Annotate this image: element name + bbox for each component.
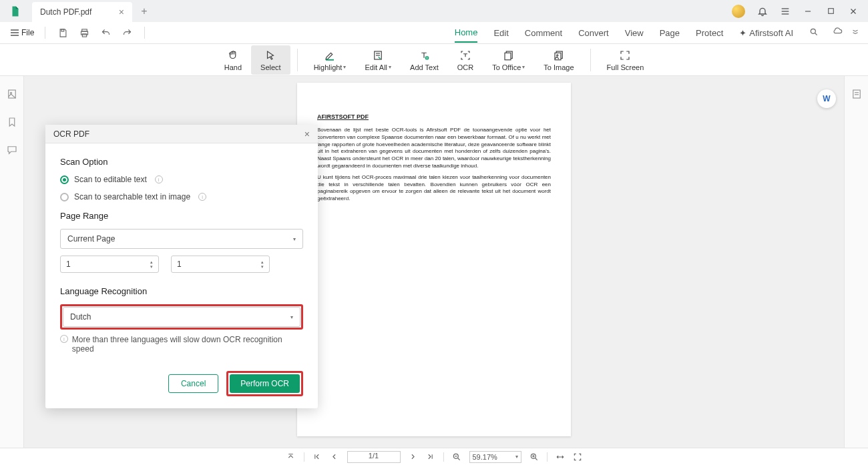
- svg-rect-10: [61, 29, 64, 31]
- range-from-input[interactable]: 1 ▴▾: [60, 256, 159, 273]
- menu-view[interactable]: View: [625, 24, 644, 42]
- separator: [297, 49, 298, 71]
- app-logo: [5, 1, 25, 21]
- new-tab-button[interactable]: +: [138, 5, 151, 17]
- fit-page-icon[interactable]: [573, 452, 582, 462]
- user-avatar[interactable]: [732, 5, 745, 18]
- language-label: Language Recognition: [60, 286, 303, 296]
- app-menu-icon[interactable]: [780, 6, 791, 17]
- svg-point-14: [811, 29, 815, 33]
- tab-title: Dutch PDF.pdf: [40, 7, 91, 17]
- doc-paragraph: Bovenaan de lijst met beste OCR-tools is…: [317, 127, 551, 170]
- svg-rect-4: [828, 9, 833, 14]
- separator: [45, 27, 45, 39]
- info-icon[interactable]: i: [198, 193, 206, 201]
- radio-scan-editable[interactable]: Scan to editable text i: [60, 175, 303, 184]
- next-page-icon[interactable]: [409, 452, 418, 462]
- ocr-pdf-dialog: OCR PDF × Scan Option Scan to editable t…: [45, 125, 318, 408]
- ai-sparkle-icon: ✦: [739, 24, 746, 42]
- chevron-down-icon: ▾: [389, 64, 391, 70]
- menu-comment[interactable]: Comment: [525, 24, 562, 42]
- page-range-label: Page Range: [60, 211, 303, 221]
- zoom-in-icon[interactable]: [529, 452, 539, 462]
- close-dialog-icon[interactable]: ×: [304, 129, 310, 139]
- cloud-icon[interactable]: [832, 26, 843, 39]
- collapse-ribbon-icon[interactable]: [851, 27, 860, 39]
- menu-home[interactable]: Home: [455, 23, 478, 43]
- tool-full-screen[interactable]: Full Screen: [598, 45, 654, 75]
- dialog-title: OCR PDF: [53, 129, 89, 139]
- spinner-arrows-icon[interactable]: ▴▾: [261, 260, 264, 269]
- svg-rect-24: [505, 53, 511, 60]
- svg-line-34: [457, 458, 459, 460]
- menu-page[interactable]: Page: [660, 24, 680, 42]
- menu-protect[interactable]: Protect: [696, 24, 723, 42]
- thumbnails-icon[interactable]: [6, 88, 18, 100]
- prev-page-icon[interactable]: [330, 452, 339, 462]
- maximize-icon[interactable]: [825, 6, 836, 17]
- menubar: File Home Edit Comment Convert View Page…: [0, 22, 868, 44]
- radio-icon: [60, 175, 69, 184]
- titlebar: Dutch PDF.pdf × +: [0, 0, 868, 22]
- svg-rect-13: [82, 33, 86, 36]
- file-menu[interactable]: File: [7, 25, 38, 40]
- chevron-down-icon: ▾: [293, 236, 296, 242]
- zoom-out-icon[interactable]: [452, 452, 461, 462]
- perform-ocr-button[interactable]: Perform OCR: [230, 374, 300, 393]
- close-tab-icon[interactable]: ×: [119, 7, 124, 17]
- tool-edit-all[interactable]: Edit All▾: [355, 45, 401, 75]
- properties-icon[interactable]: [851, 88, 863, 100]
- cancel-button[interactable]: Cancel: [168, 374, 218, 393]
- radio-scan-searchable[interactable]: Scan to searchable text in image i: [60, 192, 303, 201]
- tool-to-office[interactable]: To Office▾: [483, 45, 534, 75]
- highlight-annotation: Perform OCR: [226, 371, 303, 396]
- scroll-top-icon[interactable]: [286, 452, 296, 462]
- undo-icon[interactable]: [100, 27, 111, 38]
- fit-width-icon[interactable]: [556, 452, 565, 462]
- comments-icon[interactable]: [6, 144, 18, 156]
- svg-line-37: [535, 458, 537, 460]
- save-icon[interactable]: [57, 27, 68, 38]
- spinner-arrows-icon[interactable]: ▴▾: [150, 260, 153, 269]
- tool-select[interactable]: Select: [251, 45, 290, 75]
- radio-icon: [60, 193, 69, 201]
- tool-add-text[interactable]: Add Text: [401, 45, 448, 75]
- bookmarks-icon[interactable]: [6, 116, 18, 128]
- close-window-icon[interactable]: [848, 6, 859, 17]
- page-number-input[interactable]: 1/1: [347, 451, 401, 463]
- tool-hand[interactable]: Hand: [215, 45, 251, 75]
- tool-highlight[interactable]: Highlight▾: [304, 45, 356, 75]
- menu-convert[interactable]: Convert: [578, 24, 609, 42]
- minimize-icon[interactable]: [803, 6, 813, 17]
- convert-to-word-button[interactable]: W: [817, 89, 836, 108]
- zoom-select[interactable]: 59.17% ▾: [469, 451, 521, 463]
- doc-heading: AFIRSTSOFT PDF: [317, 113, 551, 120]
- doc-paragraph: U kunt tijdens het OCR-proces maximaal d…: [317, 174, 551, 203]
- chevron-down-icon: ▾: [515, 454, 518, 460]
- menu-edit[interactable]: Edit: [493, 24, 508, 42]
- range-to-input[interactable]: 1 ▴▾: [171, 256, 270, 273]
- last-page-icon[interactable]: [426, 452, 435, 462]
- search-icon[interactable]: [809, 23, 819, 43]
- language-select[interactable]: Dutch ▾: [63, 307, 300, 327]
- scan-option-label: Scan Option: [60, 157, 303, 167]
- separator: [144, 27, 145, 39]
- info-icon[interactable]: i: [155, 175, 163, 183]
- svg-line-15: [815, 33, 817, 35]
- svg-rect-30: [853, 90, 860, 98]
- tool-ocr[interactable]: OCR: [448, 45, 483, 75]
- toolbar: Hand Select Highlight▾ Edit All▾ Add Tex…: [0, 44, 868, 76]
- tool-to-image[interactable]: To Image: [534, 45, 583, 75]
- chevron-down-icon: ▾: [343, 64, 346, 70]
- right-sidebar: [844, 76, 868, 448]
- pdf-page: AFIRSTSOFT PDF Bovenaan de lijst met bes…: [297, 83, 571, 436]
- menu-ai[interactable]: ✦Afirstsoft AI: [739, 20, 793, 46]
- notifications-icon[interactable]: [757, 6, 768, 17]
- language-note: i More than three languages will slow do…: [60, 335, 303, 354]
- page-range-select[interactable]: Current Page ▾: [60, 229, 303, 249]
- dialog-header: OCR PDF ×: [45, 125, 318, 143]
- redo-icon[interactable]: [122, 27, 132, 38]
- document-tab[interactable]: Dutch PDF.pdf ×: [32, 2, 132, 22]
- first-page-icon[interactable]: [312, 452, 322, 462]
- print-icon[interactable]: [79, 27, 89, 38]
